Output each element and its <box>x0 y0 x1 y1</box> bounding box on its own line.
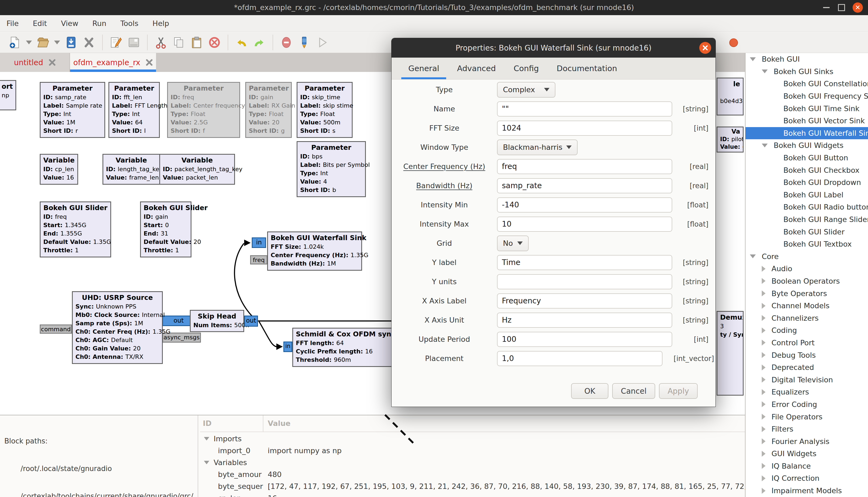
expander-closed-icon[interactable] <box>762 303 766 309</box>
bandwidth-input[interactable] <box>497 178 672 193</box>
name-input[interactable] <box>497 101 672 116</box>
type-select[interactable]: Complex <box>497 82 555 98</box>
window-close-button[interactable]: ✕ <box>851 0 864 15</box>
sidebar-item-button[interactable]: Bokeh GUI Button <box>745 152 868 164</box>
tree-group-variables[interactable]: Variables <box>200 456 745 468</box>
x-axis-unit-input[interactable] <box>497 313 672 328</box>
block-parameter-samp-rate[interactable]: Parameter ID:samp_rate Label:Sample rate… <box>40 82 105 138</box>
x-axis-label-input[interactable] <box>497 293 672 309</box>
tab-config[interactable]: Config <box>507 58 546 79</box>
expander-closed-icon[interactable] <box>762 266 766 272</box>
maximize-button[interactable] <box>836 0 848 15</box>
expander-open-icon[interactable] <box>750 57 756 61</box>
expander-closed-icon[interactable] <box>762 365 766 370</box>
sidebar-item-error-coding[interactable]: Error Coding <box>745 398 868 411</box>
open-icon[interactable] <box>37 36 49 49</box>
update-period-input[interactable] <box>497 332 672 347</box>
block-parameter-gain-disabled[interactable]: Parameter ID:gain Label:RX Gain Type:Flo… <box>245 82 292 138</box>
y-label-input[interactable] <box>497 255 672 270</box>
collapse-icon[interactable] <box>204 461 209 464</box>
placement-input[interactable] <box>497 351 663 366</box>
tab-close-icon[interactable] <box>49 59 56 66</box>
block-import-partial[interactable]: ort np <box>0 80 16 110</box>
intensity-min-input[interactable] <box>497 197 672 213</box>
sidebar-item-debug-tools[interactable]: Debug Tools <box>745 349 868 361</box>
menu-run[interactable]: Run <box>85 19 114 28</box>
sidebar-item-dropdown[interactable]: Bokeh GUI Dropdown <box>745 176 868 189</box>
tree-group-imports[interactable]: Imports <box>200 432 745 444</box>
expander-closed-icon[interactable] <box>762 451 766 457</box>
expander-closed-icon[interactable] <box>762 438 766 444</box>
sidebar-item-deprecated[interactable]: Deprecated <box>745 361 868 374</box>
grid-select[interactable]: No <box>497 236 529 251</box>
sidebar-item-channel-models[interactable]: Channel Models <box>745 300 868 312</box>
window-type-select[interactable]: Blackman-harris <box>497 140 578 155</box>
play-icon[interactable] <box>316 36 328 49</box>
sidebar-item-slider[interactable]: Bokeh GUI Slider <box>745 226 868 238</box>
table-row[interactable]: cp_len 16 <box>200 492 745 497</box>
undo-icon[interactable] <box>235 36 248 49</box>
sidebar-item-range-slider[interactable]: Bokeh GUI Range Slider <box>745 213 868 226</box>
sidebar-item-vector-sink[interactable]: Bokeh GUI Vector Sink <box>745 115 868 127</box>
menu-view[interactable]: View <box>54 19 85 28</box>
sidebar-item-core[interactable]: Core <box>745 251 868 263</box>
table-row[interactable]: byte_sequer [172, 47, 117, 192, 67, 251,… <box>200 480 745 492</box>
port-in[interactable]: in <box>283 342 292 352</box>
port-freq[interactable]: freq <box>250 255 267 265</box>
find-block-icon[interactable] <box>298 36 310 49</box>
expander-closed-icon[interactable] <box>762 389 766 395</box>
menu-help[interactable]: Help <box>145 19 176 28</box>
apply-button[interactable]: Apply <box>659 383 698 399</box>
intensity-max-input[interactable] <box>497 217 672 232</box>
close-flowgraph-icon[interactable] <box>83 36 95 49</box>
dialog-titlebar[interactable]: Properties: Bokeh GUI Waterfall Sink (su… <box>392 38 715 58</box>
block-variable-partial-pilot[interactable]: Va ID:pilot_ Value:(- <box>716 127 744 153</box>
block-variable-length-tag-key[interactable]: Variable ID:length_tag_key Value:frame_l… <box>102 154 160 185</box>
sidebar-item-time-sink[interactable]: Bokeh GUI Time Sink <box>745 102 868 115</box>
block-parameter-freq-disabled[interactable]: Parameter ID:freq Label:Center frequency… <box>167 82 240 138</box>
console-divider[interactable] <box>198 415 198 497</box>
screen-capture-icon[interactable] <box>128 36 140 49</box>
new-file-dropdown-icon[interactable] <box>26 41 32 44</box>
fft-size-input[interactable] <box>497 120 672 136</box>
sidebar-item-control-port[interactable]: Control Port <box>745 337 868 349</box>
expander-open-icon[interactable] <box>762 144 768 147</box>
port-out[interactable]: out <box>244 315 258 327</box>
expander-closed-icon[interactable] <box>762 401 766 407</box>
dialog-close-button[interactable] <box>699 42 711 54</box>
block-parameter-fft-len[interactable]: Parameter ID:fft_len Label:FFT Length Ty… <box>109 82 160 138</box>
menu-edit[interactable]: Edit <box>26 19 54 28</box>
sidebar-item-fourier-analysis[interactable]: Fourier Analysis <box>745 435 868 448</box>
table-row[interactable]: byte_amour 480 <box>200 468 745 480</box>
expander-open-icon[interactable] <box>762 70 768 73</box>
table-row[interactable]: import_0 import numpy as np <box>200 444 745 456</box>
kill-icon[interactable] <box>727 37 740 49</box>
sidebar-item-digital-television[interactable]: Digital Television <box>745 373 868 386</box>
block-bokeh-slider-gain[interactable]: Bokeh GUI Slider ID:gain Start:0 End:31 … <box>140 201 191 257</box>
expander-open-icon[interactable] <box>750 254 756 258</box>
block-bokeh-slider-freq[interactable]: Bokeh GUI Slider ID:freq Start:1.345G En… <box>40 201 111 257</box>
block-demux-partial[interactable]: Demux 3 ty / Symb <box>716 311 744 396</box>
sidebar-item-audio[interactable]: Audio <box>745 262 868 275</box>
expander-closed-icon[interactable] <box>762 290 766 296</box>
sidebar-item-waterfall-sink-selected[interactable]: Bokeh GUI Waterfall Sink <box>745 127 868 140</box>
redo-icon[interactable] <box>253 36 266 49</box>
port-in[interactable]: in <box>252 238 266 248</box>
sidebar-item-iq-correction[interactable]: IQ Correction <box>745 472 868 485</box>
expander-closed-icon[interactable] <box>762 426 766 432</box>
expander-closed-icon[interactable] <box>762 278 766 284</box>
tab-ofdm-example-rx[interactable]: ofdm_example_rx <box>70 53 156 72</box>
ok-button[interactable]: OK <box>571 383 608 399</box>
tab-close-icon[interactable] <box>146 59 153 66</box>
sidebar-item-boolean-operators[interactable]: Boolean Operators <box>745 275 868 287</box>
expander-closed-icon[interactable] <box>762 488 766 494</box>
sidebar-item-bokeh-gui[interactable]: Bokeh GUI <box>745 53 868 66</box>
expander-closed-icon[interactable] <box>762 463 766 469</box>
menu-tools[interactable]: Tools <box>113 19 145 28</box>
sidebar-item-frequency-sink[interactable]: Bokeh GUI Frequency Sink <box>745 90 868 102</box>
sidebar-item-gui-widgets[interactable]: GUI Widgets <box>745 448 868 460</box>
new-file-icon[interactable] <box>9 36 21 49</box>
open-dropdown-icon[interactable] <box>54 41 60 44</box>
block-schmidl-cox-ofdm-synch[interactable]: Schmidl & Cox OFDM synch. FFT length:64 … <box>292 328 392 367</box>
collapse-icon[interactable] <box>204 437 209 440</box>
